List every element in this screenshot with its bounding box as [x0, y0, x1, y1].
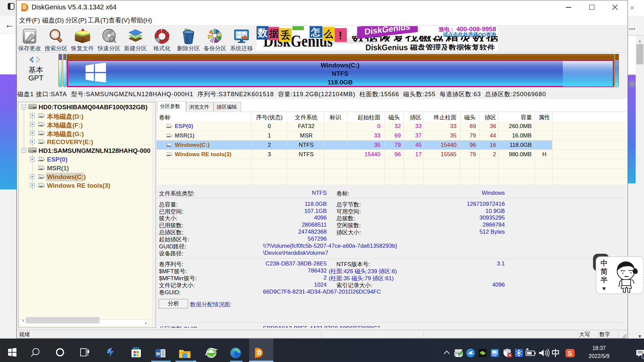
svg-text:intel: intel	[492, 354, 496, 357]
svg-text:2022/5/9: 2022/5/9	[589, 353, 609, 359]
svg-text:S: S	[568, 350, 572, 357]
svg-text:W: W	[156, 351, 160, 356]
svg-text:18:37: 18:37	[592, 345, 606, 351]
